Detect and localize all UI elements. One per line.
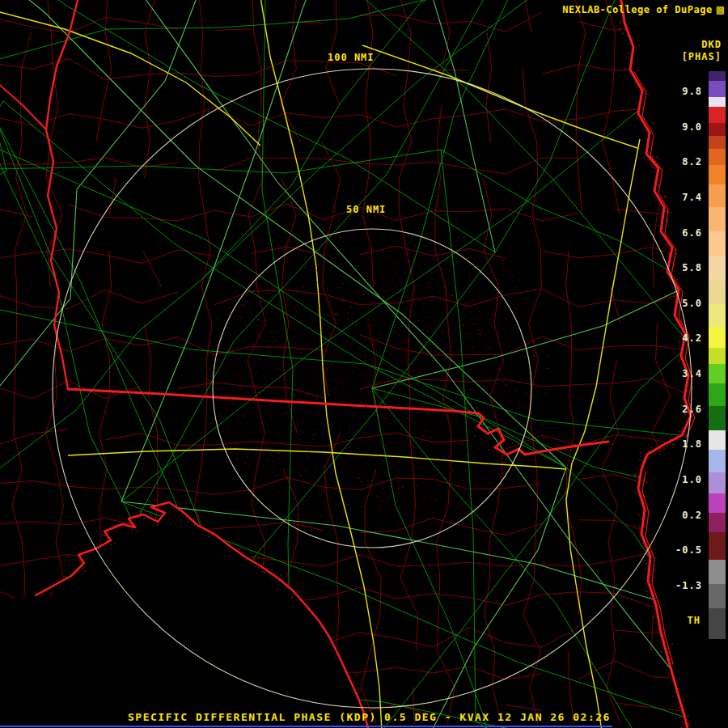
- colorbar-segment: [709, 256, 726, 280]
- county-boundaries: [0, 0, 724, 724]
- colorbar-tick-label: 4.2: [665, 332, 702, 344]
- colorbar-segment: [709, 107, 726, 123]
- attribution-text: NEXLAB-College of DuPage: [562, 4, 712, 15]
- colorbar-segment: [709, 184, 726, 207]
- radar-display: NEXLAB-College of DuPage ▩ DKD [PHAS] 10…: [0, 0, 728, 728]
- colorbar-segment: [709, 348, 726, 364]
- highway-i95: [566, 139, 640, 728]
- highway-i16: [362, 45, 637, 148]
- colorbar-tick-label: 3.4: [665, 368, 702, 379]
- colorbar-segment: [709, 280, 726, 304]
- colorbar-segment: [709, 532, 726, 560]
- colorbar-segment: [709, 207, 726, 231]
- range-ring-label-100nmi: 100 NMI: [328, 52, 375, 63]
- colorbar-tick-label: 8.2: [665, 156, 702, 167]
- interstate-highways: [0, 0, 640, 728]
- road-network: [0, 0, 728, 728]
- state-borders: [0, 0, 608, 455]
- colorbar-segment: [709, 406, 726, 430]
- colorbar-segment: [709, 97, 726, 107]
- colorbar-segment: [709, 231, 726, 256]
- colorbar-segment: [709, 71, 726, 81]
- colorbar-tick-label: 9.0: [665, 121, 702, 133]
- colorbar-tick-label: 0.2: [665, 510, 702, 521]
- colorbar-segment: [709, 383, 726, 406]
- colorbar-segment: [709, 513, 726, 532]
- colorbar-tick-label: 1.0: [665, 474, 702, 485]
- product-code: DKD: [701, 39, 722, 50]
- colorbar-tick-label: 1.8: [665, 438, 702, 450]
- colorbar-segment: [709, 450, 726, 472]
- colorbar-segment: [709, 123, 726, 136]
- colorbar-segment: [709, 584, 726, 608]
- colorbar-tick-label: 2.6: [665, 404, 702, 415]
- colorbar-segment: [709, 327, 726, 348]
- state-line-ga-al: [46, 0, 78, 389]
- product-title: SPECIFIC DIFFERENTIAL PHASE (KDP) 0.5 DE…: [128, 711, 611, 723]
- colorbar-segment: [709, 81, 726, 97]
- colorbar-segment: [709, 560, 726, 584]
- state-line-branch: [0, 83, 46, 129]
- colorbar-segment: [709, 136, 726, 149]
- colorbar-tick-label: 9.8: [665, 86, 702, 97]
- coastal-marsh-texture: [42, 4, 696, 728]
- colorbar-tick-label: 5.0: [665, 298, 702, 309]
- colorbar-segment: [709, 608, 726, 639]
- range-ring-label-50nmi: 50 NMI: [346, 204, 386, 215]
- colorbar-threshold-label: TH: [688, 615, 700, 626]
- cod-logo-icon: ▩: [716, 4, 725, 15]
- colorbar-tick-label: 7.4: [665, 192, 702, 203]
- colorbar: [709, 71, 726, 639]
- colorbar-tick-label: 5.8: [665, 262, 702, 273]
- colorbar-segment: [709, 165, 726, 184]
- colorbar-segment: [709, 364, 726, 383]
- colorbar-segment: [709, 493, 726, 513]
- colorbar-segment: [709, 472, 726, 493]
- colorbar-tick-label: 6.6: [665, 227, 702, 239]
- colorbar-tick-label: -1.3: [665, 580, 702, 591]
- colorbar-segment: [709, 149, 726, 165]
- colorbar-segment: [709, 430, 726, 450]
- radar-map: [0, 0, 728, 728]
- attribution-row: NEXLAB-College of DuPage ▩: [562, 4, 725, 15]
- phase-tag: [PHAS]: [682, 51, 722, 62]
- colorbar-tick-label: -0.5: [665, 544, 702, 556]
- highway-us84: [68, 449, 566, 469]
- bottom-border-line: [0, 726, 612, 727]
- colorbar-segment: [709, 304, 726, 327]
